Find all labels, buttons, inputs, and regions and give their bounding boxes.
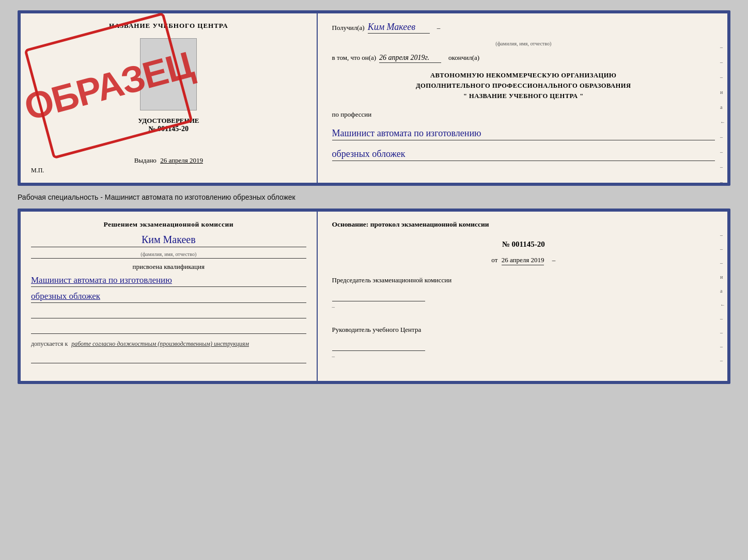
head-title: Руководитель учебного Центра xyxy=(332,325,715,334)
side-marks-top: – – – и а ← – – – – xyxy=(720,44,725,185)
chairman-block: Председатель экзаменационной комиссии – xyxy=(332,276,715,311)
bottom-name: Ким Макеев xyxy=(31,234,306,247)
head-sig-line xyxy=(332,337,425,351)
caption: Рабочая специальность - Машинист автомат… xyxy=(18,191,730,203)
bottom-certificate: Решением экзаменационной комиссии Ким Ма… xyxy=(18,209,730,384)
protocol-date-row: от 26 апреля 2019 – xyxy=(332,255,715,265)
allowed-value: работе согласно должностным (производств… xyxy=(71,340,249,347)
photo-placeholder xyxy=(140,38,197,110)
decision-title: Решением экзаменационной комиссии xyxy=(31,220,306,230)
cert-top-title: НАЗВАНИЕ УЧЕБНОГО ЦЕНТРА xyxy=(109,22,228,30)
cert-doc-number: № 001145-20 xyxy=(149,125,189,133)
org-line1: АВТОНОМНУЮ НЕКОММЕРЧЕСКУЮ ОРГАНИЗАЦИЮ xyxy=(332,70,715,81)
allowed-label: допускается к xyxy=(31,340,68,347)
org-line2: ДОПОЛНИТЕЛЬНОГО ПРОФЕССИОНАЛЬНОГО ОБРАЗО… xyxy=(332,81,715,91)
cert-top-left: НАЗВАНИЕ УЧЕБНОГО ЦЕНТРА УДОСТОВЕРЕНИЕ №… xyxy=(21,13,318,183)
cert-issued: Выдано 26 апреля 2019 xyxy=(134,156,203,165)
blank-line-3 xyxy=(31,354,306,363)
cert-top-right: Получил(а) Ким Макеев – (фамилия, имя, о… xyxy=(318,13,727,183)
allowed-text: допускается к работе согласно должностны… xyxy=(31,340,306,348)
completion-date: 26 апреля 2019г. xyxy=(379,54,441,63)
cert-doc-type: УДОСТОВЕРЕНИЕ xyxy=(138,117,199,125)
profession-line2: обрезных обложек xyxy=(332,149,715,161)
blank-line-1 xyxy=(31,309,306,318)
profession-line1: Машинист автомата по изготовлению xyxy=(332,128,715,140)
cert-bottom-left: Решением экзаменационной комиссии Ким Ма… xyxy=(21,212,318,381)
chairman-sig-line xyxy=(332,287,425,301)
date-value: 26 апреля 2019 xyxy=(502,256,544,265)
cert-mp: М.П. xyxy=(31,167,44,174)
dash2: – xyxy=(552,256,556,264)
chairman-title: Председатель экзаменационной комиссии xyxy=(332,276,715,285)
bottom-name-sub: (фамилия, имя, отчество) xyxy=(31,251,306,259)
profession-label: по профессии xyxy=(332,110,715,119)
in-that-label: в том, что он(а) xyxy=(332,54,377,62)
cert-bottom-right: Основание: протокол экзаменационной коми… xyxy=(318,212,727,381)
issued-date: 26 апреля 2019 xyxy=(160,156,203,164)
completion-row: в том, что он(а) 26 апреля 2019г. окончи… xyxy=(332,54,715,63)
document-wrapper: НАЗВАНИЕ УЧЕБНОГО ЦЕНТРА УДОСТОВЕРЕНИЕ №… xyxy=(18,10,730,384)
qual-line2: обрезных обложек xyxy=(31,291,306,303)
top-certificate: НАЗВАНИЕ УЧЕБНОГО ЦЕНТРА УДОСТОВЕРЕНИЕ №… xyxy=(18,10,730,186)
assigned-label: присвоена квалификация xyxy=(31,263,306,271)
side-marks-bottom: – – – и а ← – – – – xyxy=(720,232,725,363)
protocol-number: № 001145-20 xyxy=(332,240,715,249)
dash: – xyxy=(437,24,441,32)
blank-line-2 xyxy=(31,325,306,334)
received-label: Получил(а) xyxy=(332,24,365,32)
name-sub-top: (фамилия, имя, отчество) xyxy=(332,41,715,46)
received-row: Получил(а) Ким Макеев – xyxy=(332,22,715,34)
issued-label: Выдано xyxy=(134,156,157,164)
org-line3: " НАЗВАНИЕ УЧЕБНОГО ЦЕНТРА " xyxy=(332,91,715,101)
date-prefix: от xyxy=(491,256,497,264)
org-block: АВТОНОМНУЮ НЕКОММЕРЧЕСКУЮ ОРГАНИЗАЦИЮ ДО… xyxy=(332,70,715,101)
dash3: – xyxy=(332,303,335,310)
received-name: Ким Макеев xyxy=(368,22,430,34)
qual-line1: Машинист автомата по изготовлению xyxy=(31,275,306,287)
finished-label: окончил(а) xyxy=(448,54,479,62)
dash4: – xyxy=(332,353,335,359)
basis-label: Основание: протокол экзаменационной коми… xyxy=(332,220,715,230)
head-block: Руководитель учебного Центра – xyxy=(332,325,715,360)
